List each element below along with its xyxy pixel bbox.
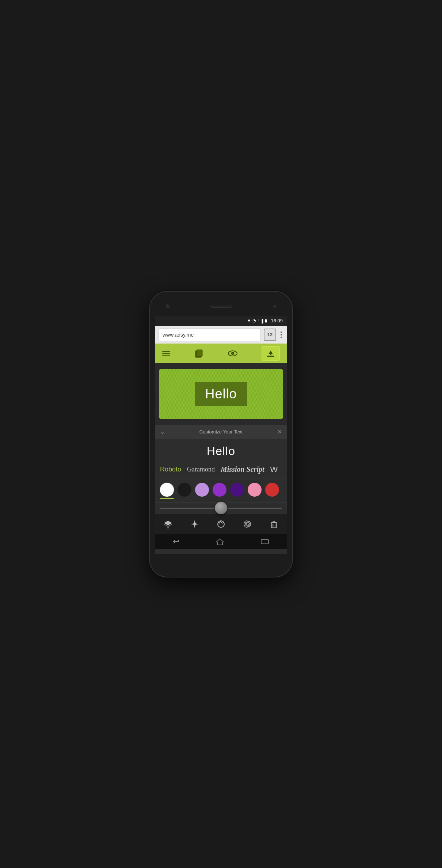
color-selector-row xyxy=(155,478,287,503)
svg-point-15 xyxy=(245,522,247,524)
font-other-option[interactable]: W xyxy=(270,465,278,474)
svg-point-9 xyxy=(167,526,169,528)
panel-header: ⌄ Customize Your Text ✕ xyxy=(155,425,287,439)
text-preview-area: Hello xyxy=(155,439,287,461)
wifi-icon: ᵎ︎ xyxy=(258,318,259,323)
tab-count-button[interactable]: 12 xyxy=(264,329,276,341)
top-bezel xyxy=(155,297,287,316)
svg-marker-27 xyxy=(216,539,224,545)
color-black-wrap xyxy=(178,483,191,497)
font-selector-row: Roboto Garamond Mission Script W xyxy=(155,461,287,478)
status-icons: ✱ ◔ ᵎ︎ ▐ ▮ xyxy=(247,318,267,323)
color-darkpurple-wrap xyxy=(230,483,244,497)
upload-button[interactable] xyxy=(262,346,280,361)
delete-tool-button[interactable] xyxy=(269,519,279,529)
color-white-swatch[interactable] xyxy=(160,483,174,497)
phone-frame: ✱ ◔ ᵎ︎ ▐ ▮ 16:09 www.adsy.me 12 xyxy=(150,292,292,577)
tab-count: 12 xyxy=(267,332,273,337)
color-lavender-wrap xyxy=(195,483,209,497)
color-white-wrap xyxy=(160,483,174,499)
preview-eye-icon[interactable] xyxy=(227,349,238,358)
home-nav-button[interactable] xyxy=(216,538,224,545)
hamburger-menu-button[interactable] xyxy=(162,351,170,356)
layers-tool-button[interactable] xyxy=(163,519,173,529)
url-text: www.adsy.me xyxy=(163,332,194,338)
color-purple-wrap xyxy=(213,483,226,497)
canvas-area: Hello xyxy=(155,363,287,425)
bottom-toolbar xyxy=(155,514,287,534)
address-bar: www.adsy.me 12 xyxy=(155,326,287,344)
signal-icon: ▐ xyxy=(260,319,263,323)
enhance-tool-button[interactable] xyxy=(190,519,199,529)
reset-tool-button[interactable] xyxy=(216,519,226,529)
canvas-hello-text: Hello xyxy=(205,386,237,401)
alarm-icon: ◔ xyxy=(252,318,256,323)
color-red-swatch[interactable] xyxy=(265,483,279,497)
color-red-wrap xyxy=(265,483,279,497)
panel-close-button[interactable]: ✕ xyxy=(277,428,282,435)
svg-rect-1 xyxy=(197,350,202,356)
color-pink-wrap xyxy=(248,483,262,497)
color-selected-indicator xyxy=(160,498,174,499)
status-bar: ✱ ◔ ᵎ︎ ▐ ▮ 16:09 xyxy=(155,316,287,326)
svg-marker-6 xyxy=(268,350,273,355)
svg-point-4 xyxy=(232,353,233,354)
slider-thumb[interactable] xyxy=(215,502,227,514)
color-pink-swatch[interactable] xyxy=(248,483,262,497)
browser-menu-button[interactable] xyxy=(279,330,283,340)
app-toolbar xyxy=(155,344,287,363)
svg-point-16 xyxy=(245,524,247,526)
design-canvas[interactable]: Hello xyxy=(159,369,283,419)
color-purple-swatch[interactable] xyxy=(213,483,226,497)
front-camera xyxy=(166,304,169,308)
smart-tool-button[interactable] xyxy=(243,519,252,529)
color-black-swatch[interactable] xyxy=(178,483,191,497)
color-lavender-swatch[interactable] xyxy=(195,483,209,497)
status-time: 16:09 xyxy=(271,318,283,323)
panel-title: Customize Your Text xyxy=(165,429,277,435)
color-darkpurple-swatch[interactable] xyxy=(230,483,244,497)
slider-track[interactable] xyxy=(160,508,282,509)
pages-icon[interactable] xyxy=(194,348,204,359)
font-garamond-option[interactable]: Garamond xyxy=(187,466,215,473)
bluetooth-icon: ✱ xyxy=(247,318,251,323)
nav-bar: ↩ xyxy=(155,534,287,549)
sensor xyxy=(273,305,276,308)
battery-icon: ▮ xyxy=(265,318,267,323)
slider-row xyxy=(155,503,287,514)
url-input[interactable]: www.adsy.me xyxy=(159,328,261,341)
speaker-grill xyxy=(210,305,232,308)
customize-panel: ⌄ Customize Your Text ✕ Hello Roboto Gar… xyxy=(155,425,287,554)
font-roboto-option[interactable]: Roboto xyxy=(160,466,181,473)
svg-rect-5 xyxy=(267,356,274,357)
panel-chevron-button[interactable]: ⌄ xyxy=(160,428,165,435)
recents-nav-button[interactable] xyxy=(260,538,269,545)
text-overlay-box[interactable]: Hello xyxy=(195,382,247,406)
svg-rect-28 xyxy=(261,539,268,544)
bottom-bezel xyxy=(155,554,287,572)
font-mission-script-option[interactable]: Mission Script xyxy=(221,465,264,474)
preview-text: Hello xyxy=(207,444,235,458)
back-nav-button[interactable]: ↩ xyxy=(173,537,179,546)
